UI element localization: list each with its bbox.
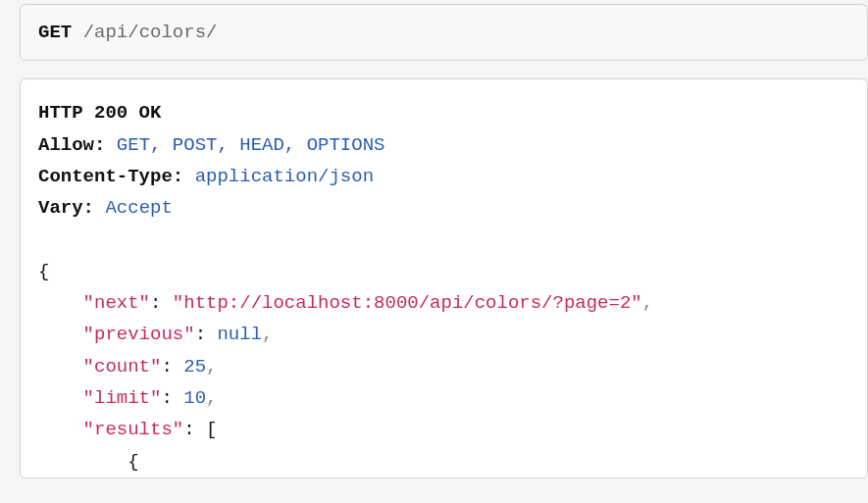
json-key-results: "results" (83, 419, 184, 440)
http-method: GET (38, 22, 72, 43)
header-content-type-value: application/json (195, 166, 374, 187)
response-panel: HTTP 200 OK Allow: GET, POST, HEAD, OPTI… (20, 78, 868, 478)
header-allow-key: Allow (38, 134, 94, 156)
header-content-type-key: Content-Type (38, 166, 173, 187)
json-key-previous: "previous" (83, 324, 195, 345)
status-line: HTTP 200 OK (38, 102, 161, 124)
header-vary-key: Vary (38, 197, 83, 219)
json-val-next: "http://localhost:8000/api/colors/?page=… (173, 292, 642, 314)
json-key-next: "next" (83, 292, 150, 314)
response-content: HTTP 200 OK Allow: GET, POST, HEAD, OPTI… (38, 97, 849, 478)
json-results-open-bracket: [ (206, 419, 217, 440)
request-line: GET /api/colors/ (38, 17, 849, 48)
json-val-count: 25 (183, 356, 206, 377)
path-seg-1: colors (139, 22, 206, 43)
header-allow-value: GET, POST, HEAD, OPTIONS (117, 134, 385, 156)
json-key-count: "count" (83, 356, 162, 377)
header-vary-value: Accept (105, 197, 172, 219)
path-seg-0: api (94, 22, 128, 43)
json-open-brace: { (38, 261, 49, 282)
json-val-limit: 10 (183, 387, 206, 409)
json-key-limit: "limit" (83, 387, 162, 409)
json-item-open-brace: { (128, 451, 138, 473)
request-panel: GET /api/colors/ (20, 4, 868, 61)
json-val-previous: null (217, 324, 262, 345)
